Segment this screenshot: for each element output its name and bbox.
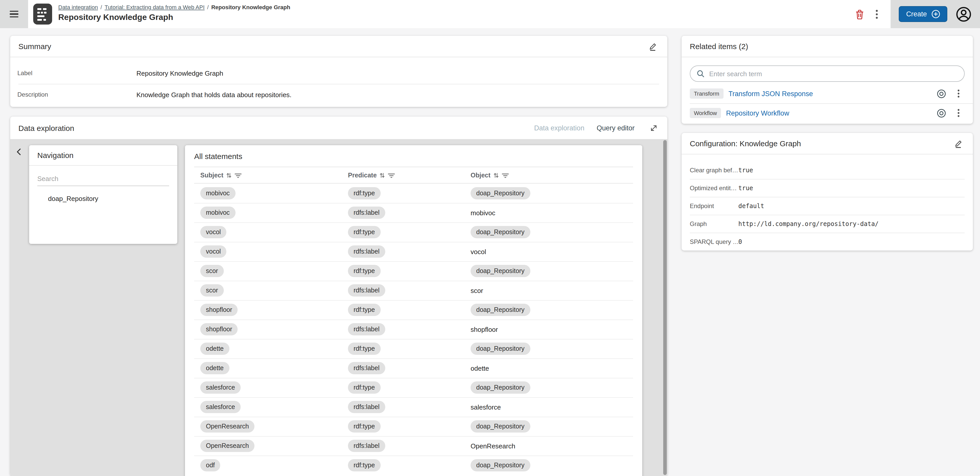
- subject-chip[interactable]: salesforce: [200, 382, 241, 394]
- predicate-chip[interactable]: rdf:type: [348, 265, 380, 277]
- kebab-menu-icon: [876, 10, 878, 19]
- related-item-link[interactable]: Transform JSON Response: [729, 90, 813, 97]
- subject-chip[interactable]: odette: [200, 362, 229, 374]
- tab-data-exploration[interactable]: Data exploration: [534, 124, 584, 132]
- subject-chip[interactable]: mobivoc: [200, 206, 235, 219]
- subject-chip[interactable]: OpenResearch: [200, 420, 255, 433]
- navigation-search-input[interactable]: [37, 173, 169, 186]
- object-chip[interactable]: doap_Repository: [471, 420, 530, 433]
- create-button[interactable]: Create: [899, 6, 947, 22]
- predicate-chip[interactable]: rdfs:label: [348, 284, 385, 297]
- predicate-chip[interactable]: rdf:type: [348, 382, 380, 394]
- subject-chip[interactable]: odf: [200, 459, 221, 471]
- scrollbar-thumb[interactable]: [663, 140, 667, 475]
- related-items-list: Transform Transform JSON Response: [682, 84, 973, 123]
- navigation-items: doap_Repository: [29, 193, 177, 204]
- navigation-panel: Navigation doap_Repository: [29, 145, 177, 244]
- statement-row: mobivoc rdf:type doap_Repository: [185, 184, 642, 203]
- predicate-chip[interactable]: rdf:type: [348, 187, 380, 200]
- predicate-chip[interactable]: rdfs:label: [348, 206, 385, 219]
- subject-chip[interactable]: vocol: [200, 245, 226, 258]
- statement-row: shopfloor rdf:type doap_Repository: [185, 300, 642, 319]
- predicate-chip[interactable]: rdf:type: [348, 420, 380, 433]
- summary-edit-button[interactable]: [646, 40, 659, 53]
- filter-icon[interactable]: [388, 172, 395, 178]
- header-text-block: Data integration / Tutorial: Extracting …: [58, 0, 290, 28]
- breadcrumb-link[interactable]: Tutorial: Extracting data from a Web API: [105, 4, 204, 10]
- collapse-navigation-button[interactable]: [12, 145, 25, 158]
- subject-chip[interactable]: shopfloor: [200, 304, 238, 316]
- breadcrumb-current: Repository Knowledge Graph: [211, 4, 290, 10]
- preview-item-button[interactable]: [935, 88, 947, 100]
- summary-card: Summary Label Repository Knowledge Graph…: [10, 36, 667, 107]
- statement-row: odette rdf:type doap_Repository: [185, 339, 642, 358]
- object-chip[interactable]: doap_Repository: [471, 226, 530, 238]
- item-type-tag: Workflow: [690, 108, 721, 118]
- delete-button[interactable]: [851, 5, 869, 23]
- object-literal: salesforce: [471, 403, 501, 411]
- column-header[interactable]: Predicate: [348, 171, 471, 179]
- account-button[interactable]: [955, 5, 973, 23]
- sort-arrows-icon[interactable]: [493, 172, 499, 178]
- breadcrumb: Data integration / Tutorial: Extracting …: [58, 3, 290, 11]
- predicate-chip[interactable]: rdfs:label: [348, 362, 385, 374]
- subject-chip[interactable]: vocol: [200, 226, 226, 238]
- configuration-card: Configuration: Knowledge Graph Clear gra…: [682, 133, 973, 251]
- object-chip[interactable]: doap_Repository: [471, 382, 530, 394]
- filter-icon[interactable]: [234, 172, 242, 178]
- subject-chip[interactable]: salesforce: [200, 401, 241, 413]
- subject-chip[interactable]: scor: [200, 284, 224, 297]
- configuration-row: Clear graph bef… true: [682, 161, 973, 179]
- predicate-chip[interactable]: rdf:type: [348, 226, 380, 238]
- item-menu-button[interactable]: [952, 88, 965, 100]
- main-menu-button[interactable]: [0, 0, 28, 28]
- kebab-menu-icon: [958, 89, 959, 97]
- configuration-edit-button[interactable]: [951, 137, 965, 150]
- subject-chip[interactable]: scor: [200, 265, 224, 277]
- navigation-item[interactable]: doap_Repository: [29, 193, 177, 204]
- column-header[interactable]: Object: [471, 171, 633, 179]
- predicate-chip[interactable]: rdfs:label: [348, 245, 385, 258]
- filter-icon[interactable]: [502, 172, 509, 178]
- predicate-chip[interactable]: rdf:type: [348, 343, 380, 355]
- object-chip[interactable]: doap_Repository: [471, 459, 530, 471]
- account-circle-icon: [955, 5, 972, 23]
- page-menu-button[interactable]: [869, 5, 886, 23]
- preview-item-button[interactable]: [935, 107, 947, 119]
- configuration-row-label: SPARQL query …: [690, 238, 738, 245]
- predicate-chip[interactable]: rdfs:label: [348, 323, 385, 335]
- tab-query-editor[interactable]: Query editor: [597, 124, 635, 132]
- object-chip[interactable]: doap_Repository: [471, 304, 530, 316]
- sort-arrows-icon[interactable]: [380, 172, 385, 178]
- related-item-link[interactable]: Repository Workflow: [726, 109, 789, 117]
- column-header[interactable]: Subject: [200, 171, 348, 179]
- subject-chip[interactable]: odette: [200, 343, 229, 355]
- chevron-left-icon: [15, 148, 22, 156]
- related-items-search-input[interactable]: [709, 70, 958, 77]
- item-menu-button[interactable]: [952, 107, 965, 119]
- predicate-chip[interactable]: rdf:type: [348, 459, 380, 471]
- sort-arrows-icon[interactable]: [226, 172, 231, 178]
- object-chip[interactable]: doap_Repository: [471, 187, 530, 200]
- app-logo-icon[interactable]: [33, 3, 52, 24]
- app-window: Data integration / Tutorial: Extracting …: [0, 0, 980, 476]
- workspace-scrollbar[interactable]: [663, 140, 667, 476]
- summary-row-value: Repository Knowledge Graph: [137, 69, 223, 77]
- predicate-chip[interactable]: rdfs:label: [348, 440, 385, 452]
- summary-row-label: Description: [10, 91, 137, 98]
- configuration-row-label: Clear graph bef…: [690, 166, 738, 174]
- kebab-menu-icon: [958, 109, 959, 117]
- fullscreen-button[interactable]: [648, 122, 659, 133]
- statement-row: scor rdfs:label scor: [185, 281, 642, 300]
- header-actions: Create: [851, 0, 980, 28]
- subject-chip[interactable]: OpenResearch: [200, 440, 255, 452]
- predicate-chip[interactable]: rdfs:label: [348, 401, 385, 413]
- subject-chip[interactable]: mobivoc: [200, 187, 235, 200]
- object-chip[interactable]: doap_Repository: [471, 343, 530, 355]
- breadcrumb-link[interactable]: Data integration: [58, 4, 98, 10]
- subject-chip[interactable]: shopfloor: [200, 323, 238, 335]
- predicate-chip[interactable]: rdf:type: [348, 304, 380, 316]
- statement-row: vocol rdfs:label vocol: [185, 242, 642, 261]
- configuration-row-label: Optimized entit…: [690, 184, 738, 192]
- object-chip[interactable]: doap_Repository: [471, 265, 530, 277]
